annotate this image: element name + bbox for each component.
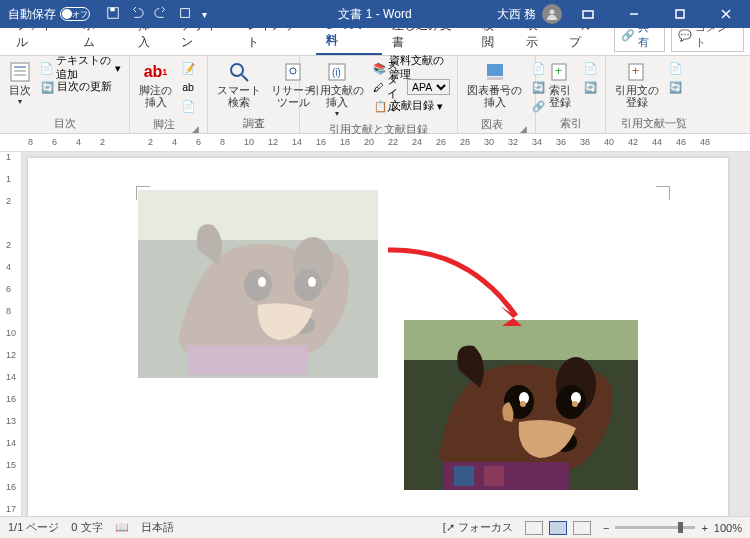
ruler-vertical[interactable]: 1122468101214161314151617: [0, 152, 22, 520]
window-title: 文書 1 - Word: [338, 6, 411, 23]
image-clear[interactable]: [404, 320, 638, 490]
status-bar: 1/1 ページ 0 文字 📖 日本語 [➚ フォーカス − + 100%: [0, 516, 750, 538]
mark-citation-icon: +: [626, 61, 648, 83]
svg-text:(i): (i): [332, 67, 341, 78]
toc-button[interactable]: 目次▾: [6, 59, 34, 108]
redo-icon[interactable]: [154, 6, 168, 23]
toa-small-1[interactable]: 📄: [666, 59, 684, 77]
insert-footnote-button[interactable]: ab1 脚注の 挿入: [136, 59, 175, 110]
svg-point-41: [520, 401, 526, 407]
view-print-button[interactable]: [549, 521, 567, 535]
zoom-level[interactable]: 100%: [714, 522, 742, 534]
svg-rect-33: [188, 345, 308, 375]
svg-rect-20: [487, 77, 503, 80]
svg-rect-46: [454, 466, 474, 486]
autosave-toggle[interactable]: 自動保存 オフ: [8, 6, 90, 23]
add-text-icon: 📄: [40, 61, 53, 75]
insert-citation-icon: (i): [326, 61, 348, 83]
view-read-button[interactable]: [525, 521, 543, 535]
ruler-horizontal[interactable]: 8642246810121416182022242628303234363840…: [0, 134, 750, 152]
svg-point-29: [294, 269, 322, 301]
image-faded[interactable]: [138, 190, 378, 378]
index-small-1[interactable]: 📄: [581, 59, 599, 77]
svg-rect-9: [11, 63, 29, 81]
status-page[interactable]: 1/1 ページ: [8, 520, 59, 535]
svg-rect-35: [404, 320, 638, 360]
bibliography-button[interactable]: 📋文献目録 ▾: [371, 97, 452, 115]
smart-lookup-button[interactable]: スマート 検索: [214, 59, 264, 110]
avatar[interactable]: [542, 4, 562, 24]
mark-citation-button[interactable]: + 引用文の 登録: [612, 59, 662, 110]
svg-rect-1: [110, 7, 114, 11]
user-name[interactable]: 大西 務: [497, 6, 536, 23]
qat-more-icon[interactable]: [178, 6, 192, 23]
bibliography-icon: 📋: [373, 99, 387, 113]
toa-small-2[interactable]: 🔄: [666, 78, 684, 96]
zoom-slider[interactable]: [615, 526, 695, 529]
footnote-small-2[interactable]: ab: [179, 78, 197, 96]
ribbon: 目次▾ 📄テキストの追加 ▾ 🔄目次の更新 目次 ab1 脚注の 挿入 📝 ab…: [0, 56, 750, 134]
update-toc-button[interactable]: 🔄目次の更新: [38, 78, 123, 96]
close-button[interactable]: [706, 0, 746, 28]
titlebar: 自動保存 オフ ▾ 文書 1 - Word 大西 務: [0, 0, 750, 28]
document-page[interactable]: [28, 158, 728, 518]
svg-rect-15: [286, 64, 300, 80]
ribbon-tabs: ファイル ホーム 挿入 デザイン レイアウト 参考資料 差し込み文書 校閲 表示…: [0, 28, 750, 56]
svg-rect-19: [487, 64, 503, 76]
svg-point-38: [556, 385, 586, 419]
style-icon: 🖊: [373, 80, 384, 94]
view-web-button[interactable]: [573, 521, 591, 535]
minimize-button[interactable]: [614, 0, 654, 28]
status-proofing-icon[interactable]: 📖: [115, 521, 129, 534]
caption-dialog-launcher[interactable]: ◢: [520, 124, 529, 134]
svg-point-42: [572, 401, 578, 407]
svg-point-30: [258, 277, 266, 287]
status-word-count[interactable]: 0 文字: [71, 520, 102, 535]
caption-icon: [484, 61, 506, 83]
svg-line-14: [242, 75, 248, 81]
toc-icon: [9, 61, 31, 83]
svg-point-28: [244, 269, 272, 301]
manage-sources-icon: 📚: [373, 61, 386, 75]
crop-mark-tr: [656, 186, 670, 200]
index-small-2[interactable]: 🔄: [581, 78, 599, 96]
citation-style-select[interactable]: 🖊スタイル: APA: [371, 78, 452, 96]
mark-index-button[interactable]: + 索引登録: [542, 59, 577, 110]
footnote-small-1[interactable]: 📝: [179, 59, 197, 77]
zoom-out-button[interactable]: −: [603, 522, 609, 534]
focus-mode-button[interactable]: [➚ フォーカス: [443, 520, 513, 535]
ribbon-display-button[interactable]: [568, 0, 608, 28]
save-icon[interactable]: [106, 6, 120, 23]
svg-point-3: [550, 10, 555, 15]
undo-icon[interactable]: [130, 6, 144, 23]
svg-rect-47: [484, 466, 504, 486]
footnote-icon: ab1: [145, 61, 167, 83]
footnote-dialog-launcher[interactable]: ◢: [192, 124, 201, 134]
insert-citation-button[interactable]: (i) 引用文献の 挿入▾: [306, 59, 367, 120]
svg-point-13: [231, 64, 243, 76]
svg-point-31: [308, 277, 316, 287]
smart-lookup-icon: [228, 61, 250, 83]
status-language[interactable]: 日本語: [141, 520, 174, 535]
maximize-button[interactable]: [660, 0, 700, 28]
svg-text:+: +: [632, 64, 639, 78]
update-toc-icon: 🔄: [40, 80, 54, 94]
zoom-in-button[interactable]: +: [701, 522, 707, 534]
mark-index-icon: +: [549, 61, 571, 83]
footnote-small-3[interactable]: 📄: [179, 97, 197, 115]
add-text-button[interactable]: 📄テキストの追加 ▾: [38, 59, 123, 77]
svg-rect-2: [181, 8, 190, 17]
svg-rect-6: [676, 10, 684, 18]
manage-sources-button[interactable]: 📚資料文献の管理: [371, 59, 452, 77]
svg-rect-4: [583, 11, 593, 18]
svg-rect-26: [138, 190, 378, 240]
insert-caption-button[interactable]: 図表番号の 挿入: [464, 59, 525, 110]
svg-text:+: +: [555, 64, 562, 78]
